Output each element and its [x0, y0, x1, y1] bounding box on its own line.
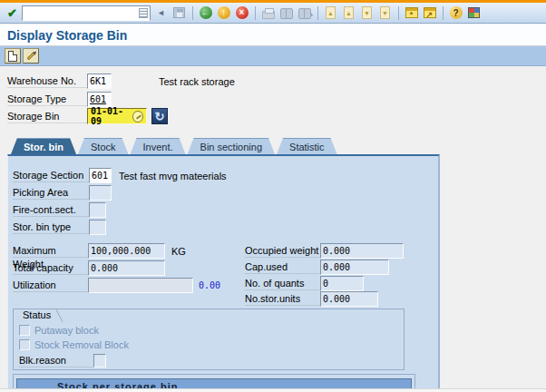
putaway-block-row: Putaway block [19, 325, 99, 336]
standard-toolbar: ✔ ◄ ← ↑ × + ▲ [0, 3, 546, 24]
status-groupbox-title: Status [18, 309, 65, 321]
stor-bin-type-label: Stor. bin type [13, 220, 89, 234]
fire-cont-sect-field[interactable] [89, 202, 106, 218]
find-button[interactable] [278, 5, 295, 21]
command-input[interactable] [22, 5, 151, 21]
create-shortcut-button[interactable]: ↗ [421, 5, 438, 21]
total-capacity-field[interactable]: 0.000 [88, 260, 165, 276]
command-list-icon [139, 8, 148, 18]
no-stor-units-label: No.stor.units [245, 292, 320, 306]
last-page-button[interactable]: ▼ [376, 5, 394, 21]
customize-layout-button[interactable] [465, 5, 483, 21]
storage-bin-label: Storage Bin [7, 110, 87, 123]
pencil-icon [26, 52, 35, 61]
utilization-row: Utilization 0.00 [13, 278, 220, 293]
sap-window: ✔ ◄ ← ↑ × + ▲ [0, 0, 546, 392]
last-page-icon: ▼ [380, 6, 390, 19]
storage-type-row: Storage Type 601 [7, 92, 112, 107]
tab-bin-sectioning[interactable]: Bin sectioning [188, 138, 276, 154]
blk-reason-row: Blk.reason [19, 354, 106, 368]
save-icon [173, 7, 185, 18]
no-stor-units-field[interactable]: 0.000 [320, 291, 378, 307]
back-button[interactable]: ← [197, 5, 214, 21]
total-capacity-label: Total capacity [13, 261, 88, 275]
storage-section-row: Storage Section 601 Test fast mvg mateer… [13, 168, 227, 183]
first-page-button[interactable]: ▲ [322, 5, 339, 21]
enter-button[interactable]: ✔ [4, 5, 21, 21]
storage-type-field[interactable]: 601 [87, 92, 112, 107]
stock-removal-block-label: Stock Removal Block [34, 339, 129, 350]
storage-bin-row: Storage Bin 01-01-09 ↻ [7, 108, 168, 124]
previous-page-icon: ▲ [344, 6, 354, 19]
refresh-icon: ↻ [155, 111, 165, 122]
new-document-icon [8, 51, 17, 62]
no-of-quants-label: No. of quants [245, 277, 320, 290]
previous-page-button[interactable]: ▲ [340, 5, 357, 21]
toolbar-separator [398, 6, 399, 20]
collapse-left-icon: ◄ [157, 8, 165, 17]
maximum-weight-row: Maximum Weight 100,000.000 KG [13, 243, 186, 259]
occupied-weight-row: Occupied weight 0.000 [245, 243, 404, 259]
find-next-button[interactable]: + [296, 5, 313, 21]
page-title: Display Storage Bin [7, 28, 127, 43]
save-button[interactable] [171, 5, 188, 21]
print-button[interactable] [259, 5, 277, 21]
tab-strip: Stor. bin Stock Invent. Bin sectioning S… [11, 138, 339, 154]
cancel-x-icon: × [236, 6, 249, 19]
stock-removal-block-row: Stock Removal Block [19, 339, 129, 350]
warehouse-field[interactable]: 6K1 [87, 74, 112, 89]
tab-invent[interactable]: Invent. [131, 138, 186, 154]
tab-stor-bin[interactable]: Stor. bin [11, 138, 76, 154]
hide-command-field-button[interactable]: ◄ [152, 5, 170, 21]
next-page-button[interactable]: ▼ [358, 5, 375, 21]
create-button[interactable] [5, 48, 21, 64]
enter-check-icon: ✔ [7, 6, 17, 20]
exit-button[interactable]: ↑ [215, 5, 232, 21]
shortcut-icon: ↗ [424, 7, 436, 18]
no-of-quants-row: No. of quants 0 [245, 276, 364, 291]
new-session-button[interactable]: * [403, 5, 420, 21]
bottom-edge-strip [0, 388, 546, 392]
exit-arrow-icon: ↑ [218, 6, 230, 19]
toolbar-separator [192, 6, 193, 20]
stor-bin-type-field[interactable] [89, 220, 106, 235]
cap-used-field[interactable]: 0.000 [320, 260, 389, 275]
application-toolbar [0, 46, 546, 66]
tab-statistic[interactable]: Statistic [277, 138, 337, 154]
cap-used-row: Cap.used 0.000 [245, 260, 389, 275]
new-session-icon: * [405, 7, 418, 18]
find-binoculars-icon [280, 8, 293, 17]
next-page-icon: ▼ [362, 6, 372, 19]
no-stor-units-row: No.stor.units 0.000 [245, 291, 378, 307]
find-next-binoculars-icon: + [298, 8, 311, 17]
storage-section-field[interactable]: 601 [89, 168, 112, 183]
storage-section-description: Test fast mvg mateerials [119, 171, 227, 181]
help-button[interactable]: ? [447, 5, 464, 21]
occupied-weight-field[interactable]: 0.000 [320, 243, 404, 259]
blk-reason-field[interactable] [93, 354, 106, 368]
utilization-label: Utilization [13, 279, 88, 292]
warehouse-row: Warehouse No. 6K1 Test rack storage [7, 74, 235, 89]
stock-removal-block-checkbox[interactable] [19, 339, 30, 350]
status-groupbox: Status Putaway block Stock Removal Block… [13, 309, 405, 370]
printer-icon [262, 11, 275, 19]
no-of-quants-field[interactable]: 0 [320, 276, 364, 291]
blk-reason-label: Blk.reason [19, 354, 93, 368]
display-change-button[interactable] [23, 48, 39, 64]
picking-area-field[interactable] [89, 185, 112, 201]
putaway-block-checkbox[interactable] [19, 325, 30, 336]
toolbar-separator [443, 6, 444, 20]
maximum-weight-field[interactable]: 100,000.000 [88, 243, 165, 259]
possible-entries-icon[interactable] [132, 111, 143, 122]
warehouse-label: Warehouse No. [7, 74, 87, 88]
title-bar: Display Storage Bin [0, 24, 546, 46]
cancel-button[interactable]: × [233, 5, 250, 21]
groupbox-title-slant [55, 309, 63, 322]
utilization-field[interactable] [88, 278, 193, 293]
utilization-percent: 0.00 [199, 280, 220, 290]
cap-used-label: Cap.used [245, 260, 320, 274]
tab-stock[interactable]: Stock [78, 138, 129, 154]
refresh-button[interactable]: ↻ [151, 108, 168, 124]
storage-bin-field[interactable]: 01-01-09 [87, 108, 147, 124]
back-arrow-icon: ← [200, 6, 212, 19]
